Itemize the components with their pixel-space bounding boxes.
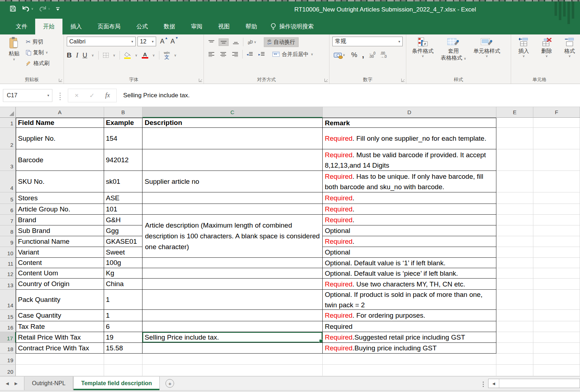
borders-dropdown-icon[interactable]: ∨	[113, 54, 116, 57]
cell-D2[interactable]: Required. Fill only one supplier_no for …	[323, 128, 496, 149]
column-header-E[interactable]: E	[496, 107, 533, 118]
cell-E9[interactable]	[496, 236, 533, 247]
cell-C2[interactable]	[142, 128, 323, 149]
tab-scrollbar-grip[interactable]	[483, 382, 484, 383]
insert-cells-button[interactable]: 插入 ∨	[515, 37, 532, 75]
wrap-text-button[interactable]: abc↵ 自动换行	[264, 37, 299, 47]
cell-E6[interactable]	[496, 204, 533, 215]
cell-D9[interactable]: Required.	[323, 236, 496, 247]
cell-B14[interactable]: 1	[104, 290, 142, 310]
cell-B6[interactable]: 101	[104, 204, 142, 215]
cell-B17[interactable]: 19	[104, 332, 142, 343]
underline-button[interactable]: U	[83, 52, 87, 59]
row-header-9[interactable]: 9	[0, 236, 16, 247]
cell-E1[interactable]	[496, 118, 533, 128]
cell-E2[interactable]	[496, 128, 533, 149]
cell-A12[interactable]: Content Uom	[16, 268, 104, 279]
redo-button[interactable]: ∨	[38, 5, 50, 12]
decrease-decimal-button[interactable]: .00→.0	[380, 52, 387, 58]
row-header-10[interactable]: 10	[0, 247, 16, 258]
new-sheet-button[interactable]: +	[165, 379, 174, 388]
ribbon-tab-page-layout[interactable]: 页面布局	[90, 19, 128, 34]
ribbon-tab-insert[interactable]: 插入	[62, 19, 90, 34]
cell-B2[interactable]: 154	[104, 128, 142, 149]
cell-E12[interactable]	[496, 268, 533, 279]
row-header-14[interactable]: 14	[0, 290, 16, 310]
cell-A6[interactable]: Article Group No.	[16, 204, 104, 215]
cell-C15[interactable]	[142, 310, 323, 321]
cell-C6[interactable]	[142, 204, 323, 215]
cell-D11[interactable]: Optional. Default value is ‘1’ if left b…	[323, 258, 496, 268]
row-header-1[interactable]: 1	[0, 118, 16, 128]
cell-E19[interactable]	[496, 354, 533, 365]
cell-E3[interactable]	[496, 149, 533, 171]
accounting-format-button[interactable]: ∨	[332, 52, 347, 59]
ribbon-tab-review[interactable]: 审阅	[183, 19, 210, 34]
cell-B16[interactable]: 6	[104, 321, 142, 332]
font-color-dropdown-icon[interactable]: ∨	[153, 54, 155, 57]
borders-icon[interactable]	[103, 53, 109, 58]
cell-A19[interactable]	[16, 354, 104, 365]
cell-E7[interactable]	[496, 215, 533, 225]
number-format-combo[interactable]: 常规 ▾	[332, 37, 403, 46]
row-header-5[interactable]: 5	[0, 192, 16, 204]
sheet-nav-left-icon[interactable]: ◀	[6, 381, 9, 386]
cell-F2[interactable]	[533, 128, 580, 149]
cell-F9[interactable]	[533, 236, 580, 247]
cell-F4[interactable]	[533, 171, 580, 192]
cell-F1[interactable]	[533, 118, 580, 128]
cell-A2[interactable]: Supplier No.	[16, 128, 104, 149]
cell-D1[interactable]: Remark	[323, 118, 496, 128]
cell-C5[interactable]	[142, 192, 323, 204]
formula-input[interactable]: Selling Price include tax.	[123, 92, 190, 99]
font-color-button[interactable]: A	[142, 52, 148, 59]
row-header-8[interactable]: 8	[0, 225, 16, 236]
column-header-B[interactable]: B	[104, 107, 142, 118]
cell-D8[interactable]: Optional	[323, 225, 496, 236]
dialog-launcher-alignment[interactable]	[324, 79, 328, 82]
cell-D10[interactable]: Optional	[323, 247, 496, 258]
save-button[interactable]	[9, 5, 17, 12]
cell-F20[interactable]	[533, 365, 580, 376]
row-header-18[interactable]: 18	[0, 343, 16, 354]
cell-A18[interactable]: Contract Price With Tax	[16, 343, 104, 354]
cell-E18[interactable]	[496, 343, 533, 354]
insert-function-button[interactable]: fx	[105, 92, 110, 99]
cell-C17[interactable]: Selling Price include tax.	[142, 332, 323, 343]
conditional-formatting-button[interactable]: ≠ 条件格式 ∨	[409, 37, 436, 75]
horizontal-scrollbar-thumb[interactable]	[499, 379, 580, 388]
cell-D3[interactable]: Required. Must be valid barcode if provi…	[323, 149, 496, 171]
cell-B19[interactable]	[104, 354, 142, 365]
cell-A13[interactable]: Country of Origin	[16, 279, 104, 290]
cell-B5[interactable]: ASE	[104, 192, 142, 204]
cell-D13[interactable]: Required. Use two characters MY, TH, CN …	[323, 279, 496, 290]
cell-A15[interactable]: Case Quantity	[16, 310, 104, 321]
row-header-20[interactable]: 20	[0, 365, 16, 376]
select-all-corner[interactable]	[0, 107, 16, 118]
cell-C12[interactable]	[142, 268, 323, 279]
cell-C13[interactable]	[142, 279, 323, 290]
copy-dropdown-icon[interactable]: ∨	[46, 51, 48, 54]
align-middle-button[interactable]	[219, 38, 229, 46]
cell-E8[interactable]	[496, 225, 533, 236]
cell-F14[interactable]	[533, 290, 580, 310]
dialog-launcher-number[interactable]	[401, 79, 404, 82]
cell-A16[interactable]: Tax Rate	[16, 321, 104, 332]
row-header-19[interactable]: 19	[0, 354, 16, 365]
font-name-combo[interactable]: Calibri ▾	[67, 37, 136, 46]
cell-C4[interactable]: Supplier article no	[142, 171, 323, 192]
cell-B12[interactable]: Kg	[104, 268, 142, 279]
undo-button[interactable]: ∨	[22, 5, 33, 12]
cell-A17[interactable]: Retail Price With Tax	[16, 332, 104, 343]
row-header-7[interactable]: 7	[0, 215, 16, 225]
cell-C19[interactable]	[142, 354, 323, 365]
dialog-launcher-clipboard[interactable]	[59, 79, 62, 82]
cell-D6[interactable]: Required.	[323, 204, 496, 215]
dialog-launcher-font[interactable]	[199, 79, 202, 82]
cell-B11[interactable]: 100g	[104, 258, 142, 268]
cell-D4[interactable]: Required. Has to be unique. If only have…	[323, 171, 496, 192]
comma-style-button[interactable]: ,	[362, 50, 364, 60]
cell-F10[interactable]	[533, 247, 580, 258]
format-painter-button[interactable]: 格式刷	[26, 59, 50, 68]
increase-font-button[interactable]: A▲	[158, 38, 167, 45]
